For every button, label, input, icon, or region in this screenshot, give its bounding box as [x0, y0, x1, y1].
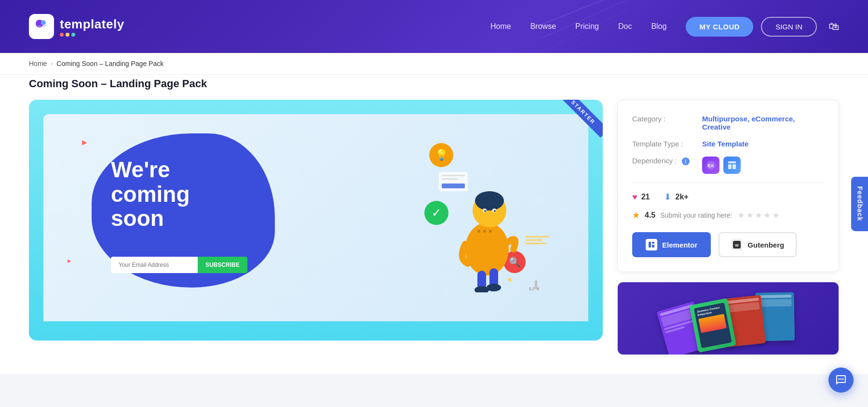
logo-dots [60, 33, 124, 37]
downloads-stat: ⬇ 2k+ [664, 192, 688, 202]
elementor-button[interactable]: Elementor [632, 232, 711, 257]
logo-area[interactable]: templately [29, 14, 124, 39]
svg-rect-24 [652, 245, 654, 248]
deco-triangle-3: ◀ [507, 276, 511, 283]
breadcrumb-home[interactable]: Home [29, 60, 47, 67]
rating-stars-empty[interactable]: ★ ★ ★ ★ ★ [737, 210, 780, 221]
preview-area: STARTER We'recomingsoon SUBSCRIBE [29, 100, 603, 355]
cs-email-input[interactable] [111, 257, 198, 273]
feedback-tab[interactable]: Feedback [852, 176, 868, 231]
download-icon: ⬇ [664, 192, 671, 202]
gutenberg-button[interactable]: W Gutenberg [719, 232, 797, 257]
rating-label: Submit your rating here: [660, 211, 732, 219]
header: templately Home Browse Pricing Doc Blog … [0, 0, 868, 53]
star-4[interactable]: ★ [763, 210, 771, 221]
rating-star-filled: ★ [632, 210, 640, 221]
thumbnails-card: Zoomics Comics Emporium [617, 282, 839, 355]
rating-value: 4.5 [645, 211, 655, 220]
cs-landscape-icon: 🏞 [529, 279, 540, 292]
nav-blog[interactable]: Blog [651, 22, 666, 31]
preview-inner: We'recomingsoon SUBSCRIBE 💡 ✓ 🔍 [43, 114, 588, 321]
cs-heading-text: We'recomingsoon [111, 158, 190, 231]
svg-point-5 [41, 20, 46, 25]
gutenberg-icon: W [731, 239, 743, 250]
dependency-label: Dependency : i [632, 157, 702, 165]
svg-point-8 [475, 191, 504, 210]
cs-character-illustration [434, 138, 540, 292]
logo-text-area: templately [60, 17, 124, 37]
likes-count: 21 [641, 193, 650, 201]
stats-row: ♥ 21 ⬇ 2k+ [632, 192, 824, 202]
sign-in-button[interactable]: SIGN IN [761, 17, 817, 37]
cs-subscribe-button[interactable]: SUBSCRIBE [198, 257, 247, 273]
cs-dots [477, 230, 492, 233]
star-5[interactable]: ★ [772, 210, 780, 221]
logo-icon [29, 14, 54, 39]
coming-soon-preview: We'recomingsoon SUBSCRIBE 💡 ✓ 🔍 [43, 114, 588, 321]
cs-heading: We'recomingsoon [111, 157, 190, 231]
deco-triangle-2: ▶ [68, 258, 71, 263]
template-type-value: Site Template [702, 140, 748, 148]
svg-text:EA: EA [708, 163, 714, 168]
svg-rect-21 [732, 164, 736, 169]
dep-template-builder-icon [723, 157, 741, 174]
svg-rect-20 [728, 164, 732, 169]
breadcrumb-current: Coming Soon – Landing Page Pack [56, 60, 163, 67]
cs-note-lines [526, 236, 550, 244]
dep-elementor-addon-icon: EA [702, 157, 719, 174]
svg-line-0 [530, 0, 627, 29]
template-type-label: Template Type : [632, 140, 702, 148]
cs-email-form: SUBSCRIBE [111, 257, 247, 273]
rating-row: ★ 4.5 Submit your rating here: ★ ★ ★ ★ ★ [632, 210, 824, 221]
header-decoration [530, 0, 627, 53]
svg-point-16 [487, 284, 501, 291]
deco-triangle-1: ▶ [82, 138, 87, 146]
dot-yellow [66, 33, 69, 37]
sidebar-info: Category : Multipurpose, eCommerce, Crea… [617, 100, 839, 355]
info-card: Category : Multipurpose, eCommerce, Crea… [617, 100, 839, 272]
builder-buttons: Elementor W Gutenberg [632, 232, 824, 257]
svg-text:W: W [735, 243, 739, 248]
breadcrumb: Home › Coming Soon – Landing Page Pack [0, 53, 868, 75]
svg-rect-19 [728, 161, 736, 163]
page-title: Coming Soon – Landing Page Pack [29, 78, 839, 90]
elementor-icon [646, 239, 657, 250]
template-type-row: Template Type : Site Template [632, 140, 824, 148]
downloads-count: 2k+ [675, 193, 688, 201]
main-content: STARTER We'recomingsoon SUBSCRIBE [0, 100, 868, 374]
likes-stat: ♥ 21 [632, 192, 650, 202]
svg-rect-22 [649, 242, 651, 248]
star-3[interactable]: ★ [755, 210, 762, 221]
header-actions: MY CLOUD SIGN IN 🛍 [686, 17, 839, 37]
category-label: Category : [632, 115, 702, 123]
my-cloud-button[interactable]: MY CLOUD [686, 17, 753, 37]
svg-line-3 [559, 19, 627, 53]
info-divider [632, 183, 824, 183]
thumb-cards: Zoomics Comics Emporium [659, 290, 797, 354]
dot-blue [71, 33, 75, 37]
dependency-icons: EA [702, 157, 741, 174]
preview-wrapper: STARTER We'recomingsoon SUBSCRIBE [29, 100, 603, 341]
dot-red [60, 33, 64, 37]
cs-widget-card [439, 172, 468, 191]
svg-point-11 [484, 210, 486, 212]
category-row: Category : Multipurpose, eCommerce, Crea… [632, 115, 824, 131]
thumbnails-preview: Zoomics Comics Emporium [618, 282, 839, 354]
dependency-row: Dependency : i EA [632, 157, 824, 174]
svg-rect-23 [652, 242, 654, 244]
nav-home[interactable]: Home [490, 22, 511, 31]
heart-icon: ♥ [632, 192, 637, 202]
svg-point-12 [494, 210, 496, 212]
logo-text: templately [60, 17, 124, 32]
starter-badge: STARTER [559, 100, 603, 138]
dependency-info-icon[interactable]: i [682, 158, 690, 165]
star-2[interactable]: ★ [746, 210, 754, 221]
cart-icon[interactable]: 🛍 [828, 20, 839, 33]
page-title-section: Coming Soon – Landing Page Pack [0, 75, 868, 100]
star-1[interactable]: ★ [737, 210, 745, 221]
category-value: Multipurpose, eCommerce, Creative [702, 115, 824, 131]
breadcrumb-separator: › [51, 60, 53, 67]
